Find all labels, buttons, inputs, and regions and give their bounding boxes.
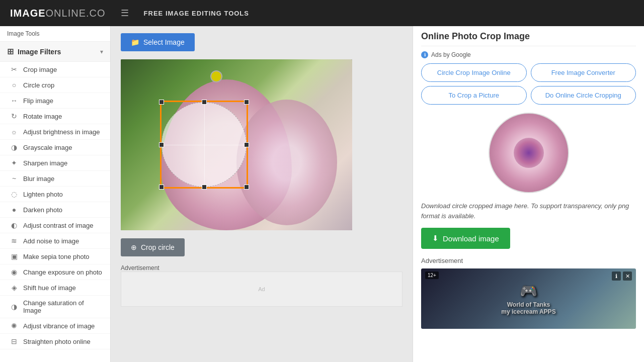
sidebar-item-icon: ◐ — [10, 221, 18, 229]
sidebar-item-rotate-image[interactable]: ↻ Rotate image — [0, 109, 110, 124]
ad-button-2[interactable]: To Crop a Picture — [421, 86, 527, 105]
sidebar-item-icon: ✦ — [10, 159, 18, 167]
sidebar-items-list: ✂ Crop image ○ Circle crop ↔ Flip image … — [0, 62, 110, 349]
select-image-label: Select Image — [143, 38, 185, 46]
rotation-handle[interactable] — [210, 70, 222, 82]
sidebar-item-icon: ◉ — [10, 268, 18, 276]
ads-info-icon: ℹ — [421, 51, 428, 58]
game-ad-logo: 🎮 World of Tanks my icecream APPS — [501, 283, 555, 315]
sidebar-item-icon: ✂ — [10, 65, 18, 73]
logo-normal: ONLINE.CO — [46, 8, 106, 19]
sidebar-item-label: Flip image — [23, 97, 53, 105]
sidebar-item-darken-photo[interactable]: ● Darken photo — [0, 202, 110, 218]
sidebar-item-icon: ● — [10, 206, 18, 214]
sidebar-item-label: Rotate image — [23, 113, 62, 120]
preview-flower-center — [514, 138, 544, 168]
sidebar-item-crop-image[interactable]: ✂ Crop image — [0, 62, 110, 77]
sidebar-item-icon: ◌ — [10, 190, 18, 198]
sidebar-item-icon: ◈ — [10, 284, 18, 292]
filters-icon: ⊞ — [7, 47, 14, 56]
download-image-button[interactable]: ⬇ Download image — [421, 228, 510, 249]
sidebar-item-circle-crop[interactable]: ○ Circle crop — [0, 77, 110, 93]
sidebar-item-label: Lighten photo — [23, 191, 63, 198]
ad-info-button[interactable]: ℹ — [612, 272, 621, 281]
sidebar-item-change-saturation-of-image[interactable]: ◑ Change saturation of Image — [0, 296, 110, 318]
sidebar-section-title: ⊞ Image Filters — [7, 47, 61, 56]
ad-close-icons: ℹ ✕ — [612, 272, 632, 281]
ad-button-3[interactable]: Do Online Circle Cropping — [531, 86, 636, 105]
ad-age-rating: 12+ — [425, 272, 439, 279]
ad-buttons-grid: Circle Crop Image OnlineFree Image Conve… — [421, 63, 636, 105]
crop-circle-icon: ⊕ — [131, 243, 137, 251]
chevron-down-icon: ▾ — [100, 48, 103, 55]
sidebar-item-label: Grayscale image — [23, 144, 72, 151]
download-note: Download circle cropped image here. To s… — [421, 201, 636, 221]
right-panel: Online Photo Crop Image ℹ Ads by Google … — [413, 26, 644, 362]
sidebar-item-shift-hue-of-image[interactable]: ◈ Shift hue of image — [0, 280, 110, 296]
site-logo: IMAGEONLINE.CO — [10, 8, 106, 19]
sidebar-section-label: Image Filters — [18, 48, 61, 56]
sidebar-item-icon: ↔ — [10, 97, 18, 105]
sidebar-item-label: Blur image — [23, 175, 54, 183]
sidebar-item-label: Change exposure on photo — [23, 268, 102, 276]
sidebar-item-adjust-vibrance-of-image[interactable]: ✺ Adjust vibrance of image — [0, 318, 110, 334]
game-name: World of Tanks — [501, 301, 555, 308]
sidebar: Image Tools ⊞ Image Filters ▾ ✂ Crop ima… — [0, 26, 111, 362]
preview-circle-image — [489, 113, 569, 193]
right-advertisement-label: Advertisement — [421, 257, 636, 264]
sidebar-item-lighten-photo[interactable]: ◌ Lighten photo — [0, 187, 110, 202]
header-nav[interactable]: FREE IMAGE EDITING TOOLS — [144, 10, 249, 17]
sidebar-item-straighten-photo-online[interactable]: ⊟ Straighten photo online — [0, 334, 110, 349]
select-image-button[interactable]: 📁 Select Image — [121, 33, 195, 51]
sidebar-item-label: Crop image — [23, 66, 57, 73]
game-tank-icon: 🎮 — [501, 283, 555, 299]
sidebar-item-make-sepia-tone-photo[interactable]: ▣ Make sepia tone photo — [0, 249, 110, 264]
menu-icon[interactable]: ☰ — [121, 8, 129, 19]
sidebar-item-flip-image[interactable]: ↔ Flip image — [0, 93, 110, 109]
sidebar-item-adjust-contrast-of-image[interactable]: ◐ Adjust contrast of image — [0, 218, 110, 233]
select-image-icon: 📁 — [131, 38, 139, 46]
sidebar-item-label: Darken photo — [23, 206, 62, 214]
sidebar-item-adjust-brightness-in-image[interactable]: ☼ Adjust brightness in image — [0, 124, 110, 140]
header: IMAGEONLINE.CO ☰ FREE IMAGE EDITING TOOL… — [0, 0, 644, 26]
download-label: Download image — [443, 234, 499, 243]
sidebar-item-label: Straighten photo online — [23, 338, 91, 345]
sidebar-item-sharpen-image[interactable]: ✦ Sharpen image — [0, 155, 110, 171]
advertisement-label: Advertisement — [121, 264, 403, 272]
game-advertisement-banner[interactable]: 12+ 🎮 World of Tanks my icecream APPS ℹ … — [421, 268, 636, 329]
sidebar-item-icon: ☼ — [10, 128, 18, 136]
sidebar-item-label: Adjust brightness in image — [23, 128, 100, 136]
crop-circle-button[interactable]: ⊕ Crop circle — [121, 238, 185, 256]
sidebar-item-icon: ⊟ — [10, 337, 18, 345]
sidebar-item-icon: ◑ — [10, 143, 18, 151]
sidebar-item-icon: ▣ — [10, 252, 18, 260]
main-content: 📁 Select Image — [111, 26, 413, 362]
sidebar-item-icon: ✺ — [10, 322, 18, 330]
sidebar-section-header[interactable]: ⊞ Image Filters ▾ — [0, 42, 110, 62]
sidebar-item-label: Circle crop — [23, 81, 54, 89]
sidebar-item-icon: ≋ — [10, 237, 18, 245]
game-sub: my icecream APPS — [501, 308, 555, 315]
download-icon: ⬇ — [432, 234, 439, 243]
crop-circle-label: Crop circle — [141, 243, 175, 251]
main-layout: Image Tools ⊞ Image Filters ▾ ✂ Crop ima… — [0, 26, 644, 362]
sidebar-item-label: Add noise to image — [23, 237, 79, 245]
ad-close-button[interactable]: ✕ — [623, 272, 632, 281]
ad-button-1[interactable]: Free Image Converter — [531, 63, 636, 82]
sidebar-item-blur-image[interactable]: ~ Blur image — [0, 171, 110, 187]
advertisement-section: Advertisement Ad — [121, 264, 403, 307]
sidebar-item-label: Adjust contrast of image — [23, 222, 93, 229]
sidebar-item-icon: ↻ — [10, 112, 18, 120]
sidebar-item-icon: ~ — [10, 174, 18, 183]
image-canvas — [121, 59, 352, 230]
sidebar-item-add-noise-to-image[interactable]: ≋ Add noise to image — [0, 233, 110, 249]
right-panel-title: Online Photo Crop Image — [421, 31, 636, 46]
sidebar-item-label: Shift hue of image — [23, 284, 76, 292]
sidebar-item-change-exposure-on-photo[interactable]: ◉ Change exposure on photo — [0, 264, 110, 280]
ad-button-0[interactable]: Circle Crop Image Online — [421, 63, 527, 82]
sidebar-item-grayscale-image[interactable]: ◑ Grayscale image — [0, 140, 110, 155]
ads-google-label: Ads by Google — [431, 51, 471, 58]
breadcrumb: Image Tools — [0, 26, 110, 42]
sidebar-item-label: Adjust vibrance of image — [23, 322, 95, 330]
sidebar-item-icon: ○ — [10, 81, 18, 89]
